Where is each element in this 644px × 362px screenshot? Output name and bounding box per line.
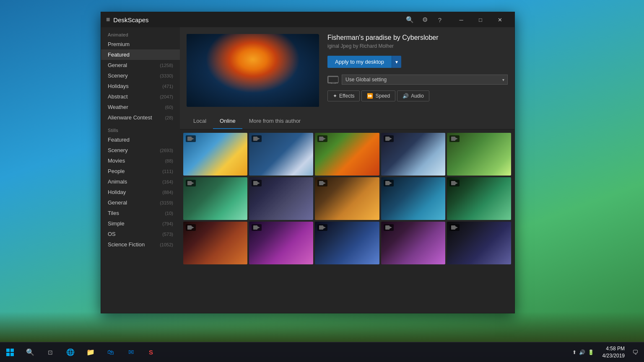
sidebar-item-general-stills[interactable]: General (3159): [101, 197, 180, 208]
sidebar-item-people[interactable]: People (111): [101, 166, 180, 176]
svg-rect-2: [331, 83, 336, 84]
taskbar-ie-icon[interactable]: 🌐: [60, 342, 80, 362]
sidebar-item-sci-fi[interactable]: Science Fiction (1052): [101, 239, 180, 250]
sidebar-item-holiday[interactable]: Holiday (884): [101, 187, 180, 197]
apply-dropdown-button[interactable]: ▾: [392, 56, 401, 68]
gallery-item[interactable]: [315, 133, 379, 176]
gallery-item[interactable]: [183, 133, 247, 176]
taskbar-notification-icon[interactable]: ⬆: [572, 349, 576, 355]
taskbar-file-explorer-icon[interactable]: 📁: [80, 342, 101, 362]
taskbar-clock[interactable]: 4:58 PM 4/23/2019: [599, 345, 628, 359]
monitor-select-input[interactable]: Use Global setting: [342, 75, 508, 85]
audio-icon: 🔊: [402, 93, 409, 99]
preview-info: Fisherman's paradise by Cyberslober igin…: [327, 34, 508, 107]
sidebar-item-featured-animated[interactable]: Featured: [101, 49, 180, 60]
app-body: Animated Premium Featured General (1258)…: [101, 27, 514, 313]
svg-rect-9: [385, 137, 390, 141]
sidebar-count: (28): [165, 115, 173, 120]
effects-icon: ✦: [333, 93, 337, 99]
sidebar-item-holidays[interactable]: Holidays (471): [101, 81, 180, 91]
sidebar-item-movies[interactable]: Movies (88): [101, 155, 180, 166]
svg-rect-3: [187, 137, 192, 141]
close-button[interactable]: ✕: [490, 12, 509, 27]
video-badge: [186, 135, 196, 142]
sidebar-item-general-animated[interactable]: General (1258): [101, 60, 180, 70]
sidebar-count: (60): [165, 105, 173, 110]
sidebar-count: (10): [165, 211, 173, 216]
taskbar-network-icon[interactable]: 🔊: [579, 349, 585, 355]
taskbar-store-icon[interactable]: 🛍: [101, 342, 121, 362]
sidebar-item-abstract[interactable]: Abstract (2047): [101, 91, 180, 102]
start-button[interactable]: [0, 342, 20, 362]
tab-online[interactable]: Online: [213, 114, 242, 129]
gallery-item[interactable]: [381, 222, 445, 264]
monitor-select-wrapper: Use Global setting ▾: [342, 75, 508, 85]
sidebar-item-label: General: [108, 199, 127, 206]
sidebar-item-animals[interactable]: Animals (164): [101, 176, 180, 187]
gallery-item[interactable]: [315, 222, 379, 264]
taskbar-task-view-icon[interactable]: ⊡: [40, 342, 60, 362]
taskbar-app5-icon[interactable]: S: [141, 342, 161, 362]
sidebar-count: (111): [162, 169, 173, 174]
sidebar-count: (3159): [160, 200, 173, 205]
sidebar-item-alienware[interactable]: Alienware Contest (28): [101, 112, 180, 123]
gallery-item[interactable]: [315, 177, 379, 220]
sidebar-item-featured-stills[interactable]: Featured: [101, 134, 180, 145]
video-badge: [252, 180, 262, 186]
svg-rect-31: [451, 225, 455, 230]
sidebar-item-scenery-stills[interactable]: Scenery (2693): [101, 145, 180, 155]
sidebar-item-os[interactable]: OS (573): [101, 229, 180, 239]
taskbar-sys-icons: ⬆ 🔊 🔋: [569, 349, 597, 355]
sidebar-item-weather[interactable]: Weather (60): [101, 102, 180, 112]
help-icon[interactable]: ?: [433, 14, 447, 26]
sidebar-item-tiles[interactable]: Tiles (10): [101, 208, 180, 218]
gallery-item[interactable]: [249, 177, 313, 220]
svg-rect-19: [385, 181, 390, 185]
sidebar-item-simple[interactable]: Simple (794): [101, 218, 180, 229]
search-icon[interactable]: 🔍: [403, 14, 416, 26]
audio-button[interactable]: 🔊 Audio: [397, 90, 429, 101]
gallery-item[interactable]: [183, 177, 247, 220]
action-buttons: ✦ Effects ⏩ Speed 🔊 Audio: [327, 90, 508, 101]
sidebar-item-scenery-animated[interactable]: Scenery (3330): [101, 70, 180, 81]
taskbar-search-icon[interactable]: 🔍: [20, 342, 40, 362]
tab-local[interactable]: Local: [187, 114, 213, 129]
taskbar: 🔍 ⊡ 🌐 📁 🛍 ✉ S ⬆ 🔊 🔋 4:58 PM 4/23/2019 🗨: [0, 342, 644, 362]
action-center-icon[interactable]: 🗨: [630, 349, 641, 356]
gallery-item[interactable]: [447, 177, 511, 220]
gallery-item[interactable]: [249, 222, 313, 264]
effects-button[interactable]: ✦ Effects: [327, 90, 360, 101]
video-badge: [449, 180, 460, 186]
tab-more-from-author[interactable]: More from this author: [242, 114, 308, 129]
settings-icon[interactable]: ⚙: [418, 14, 431, 26]
video-icon: [319, 136, 326, 141]
gallery-item[interactable]: [381, 177, 445, 220]
video-icon: [187, 136, 194, 141]
sidebar-item-label: Movies: [108, 158, 125, 164]
gallery-item[interactable]: [381, 133, 445, 176]
sidebar-item-label: People: [108, 168, 125, 174]
video-badge: [186, 180, 196, 186]
sidebar-item-premium[interactable]: Premium: [101, 39, 180, 49]
svg-marker-28: [323, 226, 326, 229]
gallery-item[interactable]: [447, 133, 511, 176]
gallery-item[interactable]: [183, 222, 247, 264]
gallery-item[interactable]: [249, 133, 313, 176]
minimize-button[interactable]: ─: [452, 12, 471, 27]
taskbar-volume-icon[interactable]: 🔋: [588, 349, 594, 355]
speed-button[interactable]: ⏩ Speed: [361, 90, 395, 101]
svg-rect-13: [187, 181, 192, 185]
menu-icon[interactable]: ≡: [106, 16, 110, 23]
title-bar-actions: 🔍 ⚙ ?: [403, 14, 447, 26]
maximize-button[interactable]: □: [471, 12, 490, 27]
apply-button[interactable]: Apply to my desktop: [327, 56, 392, 68]
apply-btn-group: Apply to my desktop ▾: [327, 56, 508, 68]
svg-rect-21: [451, 181, 455, 185]
sidebar-count: (164): [162, 179, 173, 184]
sidebar-item-label: Holiday: [108, 189, 126, 195]
taskbar-mail-icon[interactable]: ✉: [121, 342, 141, 362]
svg-marker-6: [257, 137, 260, 140]
sidebar-item-label: Alienware Contest: [108, 114, 152, 121]
video-icon: [385, 136, 392, 141]
gallery-item[interactable]: [447, 222, 511, 264]
